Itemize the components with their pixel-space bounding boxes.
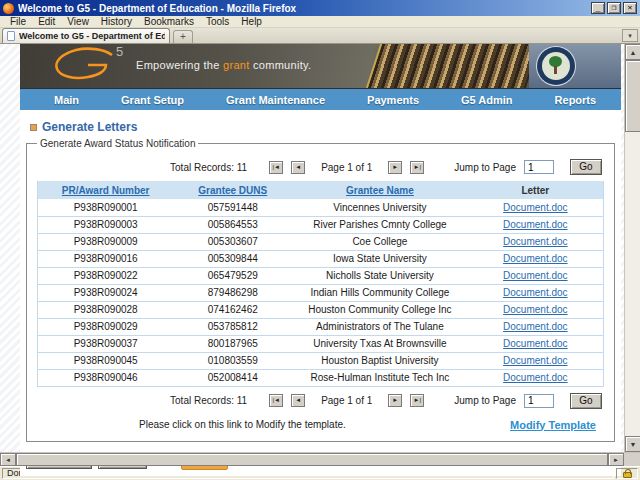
nav-g5-admin[interactable]: G5 Admin <box>461 94 513 106</box>
menu-help[interactable]: Help <box>235 16 268 27</box>
cell-award-number: P938R090003 <box>38 216 174 233</box>
first-page-button[interactable]: |◄ <box>269 161 283 174</box>
horizontal-scrollbar[interactable]: ◄ ► <box>0 452 640 466</box>
cell-grantee-name: Houston Community College Inc <box>292 301 467 318</box>
bookshelf-image <box>366 44 540 88</box>
prev-page-button[interactable]: ◄ <box>291 394 305 407</box>
next-page-button[interactable]: ► <box>388 161 402 174</box>
cell-award-number: P938R090046 <box>38 369 174 386</box>
prev-page-button[interactable]: ◄ <box>291 161 305 174</box>
tab-welcome-g5[interactable]: Welcome to G5 - Department of Edu... <box>2 28 170 43</box>
document-link-cell: Document.doc <box>468 369 604 386</box>
document-link[interactable]: Document.doc <box>503 372 567 383</box>
table-row: P938R090037 800187965 University Txas At… <box>38 335 604 352</box>
seal-tree-icon <box>542 52 570 80</box>
document-link-cell: Document.doc <box>468 335 604 352</box>
go-button[interactable]: Go <box>570 393 602 409</box>
jump-page-input[interactable] <box>524 394 554 408</box>
header-grantee-name[interactable]: Grantee Name <box>292 181 467 199</box>
fieldset-legend: Generate Award Status Notification <box>37 138 198 149</box>
tagline-grant: grant <box>223 59 250 71</box>
jump-page-input[interactable] <box>524 160 554 174</box>
document-link[interactable]: Document.doc <box>503 355 567 366</box>
restore-button[interactable]: ❐ <box>607 2 621 14</box>
document-link[interactable]: Document.doc <box>503 338 567 349</box>
document-link-cell: Document.doc <box>468 267 604 284</box>
table-row: P938R090029 053785812 Administrators of … <box>38 318 604 335</box>
menu-view[interactable]: View <box>61 16 95 27</box>
modify-template-row: Please click on this link to Modify the … <box>39 419 602 431</box>
pagination-top: Total Records: 11 |◄ ◄ Page 1 of 1 ► ►| … <box>39 159 602 175</box>
minimize-button[interactable]: _ <box>591 2 605 14</box>
first-page-button[interactable]: |◄ <box>269 394 283 407</box>
vertical-scrollbar[interactable]: ▲ ▼ <box>624 44 640 452</box>
firefox-icon <box>3 3 14 14</box>
new-tab-button[interactable]: + <box>173 30 193 43</box>
document-link[interactable]: Document.doc <box>503 253 567 264</box>
scroll-right-button[interactable]: ► <box>608 453 624 466</box>
menu-edit[interactable]: Edit <box>32 16 61 27</box>
g5-logo <box>48 46 124 86</box>
last-page-button[interactable]: ►| <box>410 394 424 407</box>
table-row: P938R090028 074162462 Houston Community … <box>38 301 604 318</box>
table-header-row: PR/Award Number Grantee DUNS Grantee Nam… <box>38 181 604 199</box>
vertical-scroll-thumb[interactable] <box>625 60 640 132</box>
cell-grantee-name: Rose-Hulman Institute Tech Inc <box>292 369 467 386</box>
header-pr-award-number[interactable]: PR/Award Number <box>38 181 174 199</box>
header-grantee-duns[interactable]: Grantee DUNS <box>173 181 292 199</box>
page-indicator: Page 1 of 1 <box>321 395 372 406</box>
document-link[interactable]: Document.doc <box>503 287 567 298</box>
scroll-up-button[interactable]: ▲ <box>625 44 640 60</box>
cell-grantee-name: Houston Baptist University <box>292 352 467 369</box>
header-letter: Letter <box>468 181 604 199</box>
nav-main[interactable]: Main <box>54 94 79 106</box>
cell-grantee-name: Vincennes University <box>292 199 467 216</box>
page-icon <box>7 31 15 41</box>
document-link-cell: Document.doc <box>468 284 604 301</box>
document-link[interactable]: Document.doc <box>503 304 567 315</box>
nav-grant-setup[interactable]: Grant Setup <box>121 94 184 106</box>
menu-file[interactable]: File <box>4 16 32 27</box>
nav-grant-maintenance[interactable]: Grant Maintenance <box>226 94 325 106</box>
scrollbar-corner <box>624 453 640 466</box>
document-link[interactable]: Document.doc <box>503 236 567 247</box>
next-page-button[interactable]: ► <box>388 394 402 407</box>
security-panel[interactable] <box>616 468 638 479</box>
close-button[interactable]: ✕ <box>623 2 637 14</box>
document-link-cell: Document.doc <box>468 216 604 233</box>
menu-bookmarks[interactable]: Bookmarks <box>138 16 200 27</box>
last-page-button[interactable]: ►| <box>410 161 424 174</box>
cell-award-number: P938R090009 <box>38 233 174 250</box>
cell-grantee-name: Iowa State University <box>292 250 467 267</box>
menu-history[interactable]: History <box>95 16 138 27</box>
modify-template-link[interactable]: Modify Template <box>510 419 596 431</box>
award-status-fieldset: Generate Award Status Notification Total… <box>26 138 615 442</box>
list-tabs-button[interactable]: ▾ <box>622 29 638 42</box>
menu-tools[interactable]: Tools <box>200 16 235 27</box>
cell-grantee-name: River Parishes Cmnty College <box>292 216 467 233</box>
tab-title: Welcome to G5 - Department of Edu... <box>19 31 165 41</box>
nav-payments[interactable]: Payments <box>367 94 419 106</box>
total-records-label: Total Records: 11 <box>170 162 247 173</box>
cell-award-number: P938R090029 <box>38 318 174 335</box>
document-link[interactable]: Document.doc <box>503 321 567 332</box>
education-department-seal <box>537 47 575 85</box>
nav-reports[interactable]: Reports <box>555 94 597 106</box>
go-button[interactable]: Go <box>570 159 602 175</box>
cell-grantee-duns: 053785812 <box>173 318 292 335</box>
table-row: P938R090009 005303607 Coe College Docume… <box>38 233 604 250</box>
scroll-down-button[interactable]: ▼ <box>625 436 640 452</box>
cell-award-number: P938R090024 <box>38 284 174 301</box>
cell-award-number: P938R090028 <box>38 301 174 318</box>
document-link[interactable]: Document.doc <box>503 219 567 230</box>
tab-bar: Welcome to G5 - Department of Edu... + ▾ <box>0 28 640 44</box>
cell-grantee-duns: 010803559 <box>173 352 292 369</box>
page-content: Generate Letters Generate Award Status N… <box>20 110 621 476</box>
cell-award-number: P938R090001 <box>38 199 174 216</box>
document-link[interactable]: Document.doc <box>503 270 567 281</box>
document-link[interactable]: Document.doc <box>503 202 567 213</box>
horizontal-scroll-thumb[interactable] <box>16 453 608 466</box>
cell-grantee-duns: 005303607 <box>173 233 292 250</box>
browser-viewport: 5 Empowering the grant community. Main G… <box>0 44 640 452</box>
scroll-left-button[interactable]: ◄ <box>0 453 16 466</box>
